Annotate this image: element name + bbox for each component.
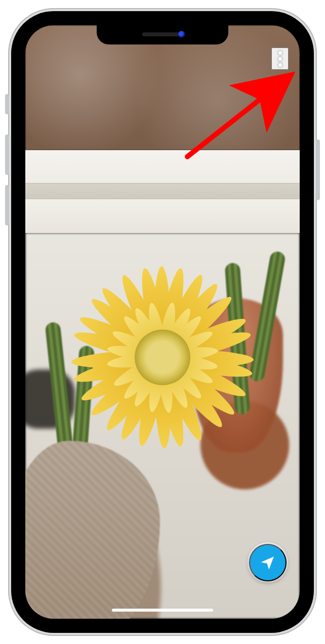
send-button[interactable]: [249, 544, 287, 581]
more-vertical-icon: [278, 51, 282, 55]
more-options-button[interactable]: [271, 48, 289, 70]
phone-bezel: [11, 11, 314, 633]
send-icon: [259, 554, 277, 572]
photo-flower: [71, 266, 254, 448]
mute-switch: [5, 94, 9, 114]
photo-window-sill: [25, 150, 300, 233]
more-vertical-icon: [278, 57, 282, 61]
photo-flower-center: [135, 330, 190, 385]
earpiece-speaker: [142, 32, 183, 36]
notch: [97, 25, 228, 44]
front-camera: [178, 31, 185, 38]
home-indicator[interactable]: [112, 609, 213, 612]
side-power-button: [316, 140, 320, 200]
screen: [25, 25, 300, 619]
more-vertical-icon: [278, 63, 282, 67]
volume-down-button: [5, 185, 9, 225]
volume-up-button: [5, 134, 9, 175]
photo-preview: [25, 25, 300, 619]
phone-frame: [8, 8, 317, 636]
